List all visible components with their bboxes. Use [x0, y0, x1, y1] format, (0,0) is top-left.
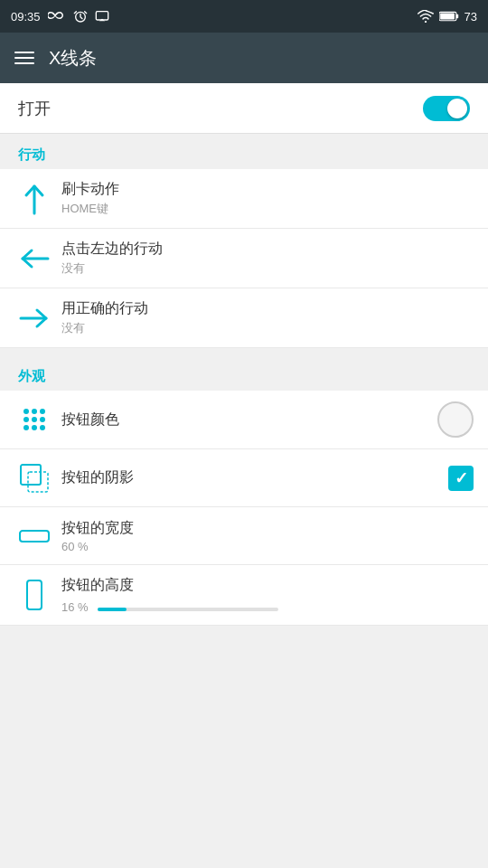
svg-rect-12	[27, 580, 42, 609]
svg-rect-4	[455, 14, 457, 19]
alarm-icon	[73, 9, 88, 24]
button-width-subtitle: 60 %	[61, 540, 474, 553]
status-left: 09:35	[11, 9, 109, 24]
section-header-appearance: 外观	[0, 355, 488, 391]
section-header-actions: 行动	[0, 134, 488, 169]
battery-icon	[439, 10, 459, 23]
menu-button[interactable]	[14, 52, 34, 64]
button-width-content: 按钮的宽度 60 %	[54, 519, 474, 553]
button-shadow-title: 按钮的阴影	[61, 468, 430, 487]
checkbox-checked[interactable]	[448, 466, 474, 491]
checkbox-action[interactable]	[430, 466, 474, 491]
button-height-content: 按钮的高度 16 %	[54, 576, 474, 614]
list-item-left-action[interactable]: 点击左边的行动 没有	[0, 229, 488, 288]
button-color-title: 按钮颜色	[61, 410, 430, 429]
svg-rect-9	[21, 465, 41, 485]
shadow-box-icon	[14, 463, 54, 494]
section-divider	[0, 348, 488, 355]
arrow-up-icon	[14, 183, 54, 215]
list-item-swipe-action[interactable]: 刷卡动作 HOME键	[0, 169, 488, 229]
height-slider[interactable]	[98, 608, 278, 611]
swipe-action-title: 刷卡动作	[61, 180, 474, 199]
button-width-title: 按钮的宽度	[61, 519, 474, 538]
button-height-title: 按钮的高度	[61, 576, 474, 595]
swipe-action-subtitle: HOME键	[61, 201, 474, 217]
left-action-subtitle: 没有	[61, 260, 474, 277]
button-color-content: 按钮颜色	[54, 410, 430, 429]
list-item-right-action[interactable]: 用正确的行动 没有	[0, 288, 488, 348]
right-action-subtitle: 没有	[61, 320, 474, 336]
arrow-right-icon	[14, 307, 54, 329]
left-action-title: 点击左边的行动	[61, 240, 474, 259]
dots-grid-icon	[14, 409, 54, 430]
arrow-left-icon	[14, 248, 54, 269]
color-circle[interactable]	[437, 401, 474, 438]
swipe-action-content: 刷卡动作 HOME键	[54, 180, 474, 217]
svg-rect-10	[28, 472, 48, 492]
list-item-button-shadow[interactable]: 按钮的阴影	[0, 449, 488, 507]
toggle-switch[interactable]	[423, 96, 470, 121]
right-action-content: 用正确的行动 没有	[54, 299, 474, 336]
svg-rect-1	[96, 12, 108, 20]
svg-rect-5	[440, 13, 455, 19]
infinite-icon	[48, 10, 66, 23]
message-icon	[95, 9, 109, 24]
button-shadow-content: 按钮的阴影	[54, 468, 430, 487]
list-item-button-width[interactable]: 按钮的宽度 60 %	[0, 507, 488, 565]
list-item-button-color[interactable]: 按钮颜色	[0, 391, 488, 449]
wifi-icon	[418, 10, 434, 23]
button-height-subtitle: 16 %	[61, 600, 89, 614]
svg-point-2	[424, 21, 426, 23]
left-action-content: 点击左边的行动 没有	[54, 240, 474, 277]
toggle-row: 打开	[0, 83, 488, 134]
toolbar-title: X线条	[49, 46, 97, 71]
right-action-title: 用正确的行动	[61, 299, 474, 318]
toggle-label: 打开	[18, 98, 51, 119]
width-rect-icon	[14, 527, 54, 545]
list-item-button-height[interactable]: 按钮的高度 16 %	[0, 565, 488, 626]
svg-rect-11	[20, 531, 49, 542]
height-rect-icon	[14, 579, 54, 611]
toolbar: X线条	[0, 33, 488, 83]
color-circle-action[interactable]	[430, 401, 474, 438]
battery-level: 73	[465, 10, 477, 24]
status-time: 09:35	[11, 10, 41, 24]
status-right: 73	[418, 10, 477, 24]
status-bar: 09:35 73	[0, 0, 488, 33]
